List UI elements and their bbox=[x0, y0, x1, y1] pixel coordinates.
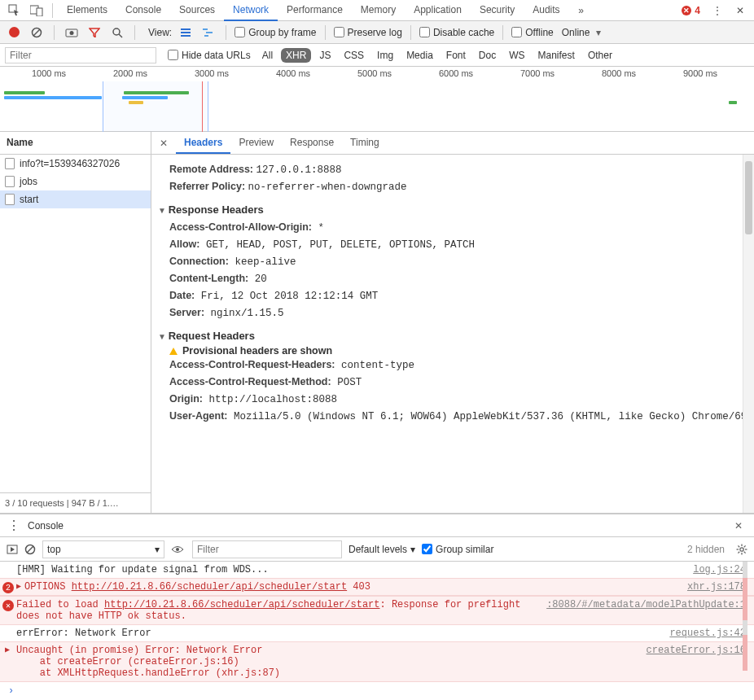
referrer-policy-label: Referrer Policy: bbox=[169, 181, 245, 192]
tab-network[interactable]: Network bbox=[224, 0, 278, 21]
group-by-frame-checkbox[interactable]: Group by frame bbox=[235, 27, 316, 38]
clear-button[interactable] bbox=[28, 24, 46, 42]
filter-chip-media[interactable]: Media bbox=[401, 48, 438, 63]
detail-tabs: ✕ HeadersPreviewResponseTiming bbox=[151, 132, 754, 155]
console-source-link[interactable]: :8088/#/metadata/modelPathUpdate:1 bbox=[537, 599, 746, 610]
expand-arrow-icon[interactable]: ▶ bbox=[5, 645, 10, 654]
request-row[interactable]: info?t=1539346327026 bbox=[0, 155, 151, 173]
device-toolbar-icon[interactable] bbox=[26, 0, 47, 21]
group-similar-label: Group similar bbox=[436, 544, 493, 555]
screenshot-icon[interactable] bbox=[63, 24, 81, 42]
separator bbox=[134, 25, 135, 40]
record-button[interactable] bbox=[5, 24, 23, 42]
list-view-icon[interactable] bbox=[177, 24, 195, 42]
detail-tab-preview[interactable]: Preview bbox=[230, 133, 282, 154]
network-middle: Name info?t=1539346327026jobsstart 3 / 1… bbox=[0, 132, 754, 514]
chevron-down-icon[interactable]: ▾ bbox=[594, 27, 612, 38]
drawer-menu-icon[interactable]: ⋮ bbox=[7, 518, 21, 533]
scrollbar-thumb[interactable] bbox=[745, 161, 752, 234]
error-icon: ✕ bbox=[682, 6, 691, 15]
chevron-down-icon: ▾ bbox=[410, 544, 415, 555]
request-headers-section[interactable]: Request Headers bbox=[158, 322, 739, 345]
tab-memory[interactable]: Memory bbox=[352, 0, 405, 21]
console-clear-icon[interactable] bbox=[24, 544, 36, 555]
throttling-select[interactable]: Online bbox=[562, 27, 590, 38]
console-line-error[interactable]: ▶ Uncaught (in promise) Error: Network E… bbox=[0, 641, 754, 682]
console-source-link[interactable]: createError.js:16 bbox=[637, 645, 746, 656]
console-source-link[interactable]: log.js:24 bbox=[683, 564, 746, 575]
filter-chip-js[interactable]: JS bbox=[314, 48, 335, 63]
more-tabs-icon[interactable]: » bbox=[571, 0, 592, 21]
gear-icon[interactable] bbox=[736, 544, 747, 555]
request-row[interactable]: start bbox=[0, 190, 151, 208]
tab-elements[interactable]: Elements bbox=[58, 0, 116, 21]
preserve-log-checkbox[interactable]: Preserve log bbox=[334, 27, 402, 38]
search-icon[interactable] bbox=[108, 24, 126, 42]
detail-tab-timing[interactable]: Timing bbox=[342, 133, 388, 154]
header-key: Access-Control-Request-Headers: bbox=[169, 359, 335, 370]
tab-security[interactable]: Security bbox=[471, 0, 524, 21]
response-headers-section[interactable]: Response Headers bbox=[158, 195, 739, 219]
tab-audits[interactable]: Audits bbox=[524, 0, 568, 21]
filter-chip-other[interactable]: Other bbox=[583, 48, 617, 63]
console-prompt[interactable]: › bbox=[0, 682, 754, 700]
network-timeline[interactable]: 1000 ms2000 ms3000 ms4000 ms5000 ms6000 … bbox=[0, 67, 754, 132]
tab-console[interactable]: Console bbox=[116, 0, 170, 21]
svg-rect-12 bbox=[203, 28, 208, 30]
hide-data-urls-checkbox[interactable]: Hide data URLs bbox=[168, 50, 251, 61]
detail-body: Remote Address: 127.0.0.1:8888 Referrer … bbox=[151, 155, 754, 513]
console-line-error[interactable]: ✕ Failed to load http://10.21.8.66/sched… bbox=[0, 596, 754, 625]
console-line[interactable]: [HMR] Waiting for update signal from WDS… bbox=[0, 562, 754, 578]
offline-label: Offline bbox=[525, 27, 553, 38]
group-similar-checkbox[interactable]: Group similar bbox=[422, 544, 493, 555]
log-levels-select[interactable]: Default levels ▾ bbox=[349, 544, 415, 555]
hidden-messages-count[interactable]: 2 hidden bbox=[687, 544, 725, 555]
view-label: View: bbox=[148, 27, 172, 38]
tab-performance[interactable]: Performance bbox=[278, 0, 352, 21]
console-text: OPTIONS http://10.21.8.66/scheduler/api/… bbox=[24, 581, 370, 593]
filter-chip-doc[interactable]: Doc bbox=[474, 48, 501, 63]
referrer-policy-value: no-referrer-when-downgrade bbox=[248, 182, 407, 193]
filter-chip-xhr[interactable]: XHR bbox=[281, 48, 311, 63]
disable-cache-checkbox[interactable]: Disable cache bbox=[419, 27, 494, 38]
separator bbox=[54, 25, 55, 40]
drawer-close-icon[interactable]: ✕ bbox=[730, 520, 747, 532]
context-select[interactable]: top▾ bbox=[42, 540, 164, 558]
console-play-icon[interactable] bbox=[7, 545, 18, 554]
filter-chip-ws[interactable]: WS bbox=[504, 48, 529, 63]
filter-input[interactable] bbox=[5, 47, 156, 63]
detail-tab-headers[interactable]: Headers bbox=[176, 133, 230, 154]
kebab-menu-icon[interactable]: ⋮ bbox=[707, 0, 728, 21]
drawer-title[interactable]: Console bbox=[28, 520, 64, 532]
filter-chip-manifest[interactable]: Manifest bbox=[533, 48, 580, 63]
close-detail-icon[interactable]: ✕ bbox=[155, 134, 173, 152]
console-filter-input[interactable] bbox=[192, 540, 342, 558]
filter-chip-all[interactable]: All bbox=[257, 48, 278, 63]
console-toolbar: top▾ Default levels ▾ Group similar 2 hi… bbox=[0, 537, 754, 562]
filter-chip-font[interactable]: Font bbox=[441, 48, 471, 63]
console-source-link[interactable]: xhr.js:178 bbox=[677, 581, 746, 593]
filter-icon[interactable] bbox=[85, 24, 103, 42]
tab-sources[interactable]: Sources bbox=[170, 0, 224, 21]
header-value: http://localhost:8088 bbox=[203, 394, 337, 405]
tab-application[interactable]: Application bbox=[405, 0, 471, 21]
inspect-element-icon[interactable] bbox=[3, 0, 24, 21]
request-row[interactable]: jobs bbox=[0, 173, 151, 190]
expand-arrow-icon[interactable]: ▶ bbox=[16, 581, 21, 591]
console-source-link[interactable]: request.js:42 bbox=[660, 628, 746, 639]
filter-chip-img[interactable]: Img bbox=[372, 48, 398, 63]
offline-checkbox[interactable]: Offline bbox=[511, 27, 553, 38]
console-line[interactable]: errError: Network Error request.js:42 bbox=[0, 625, 754, 641]
header-row: Allow: GET, HEAD, POST, PUT, DELETE, OPT… bbox=[158, 236, 739, 253]
request-list-header[interactable]: Name bbox=[0, 132, 151, 155]
detail-tab-response[interactable]: Response bbox=[282, 133, 342, 154]
close-devtools-icon[interactable]: ✕ bbox=[730, 0, 751, 21]
error-count-badge[interactable]: ✕ 4 bbox=[677, 5, 705, 16]
console-line-error[interactable]: 2 ▶ OPTIONS http://10.21.8.66/scheduler/… bbox=[0, 578, 754, 596]
timeline-selection[interactable] bbox=[103, 81, 208, 132]
waterfall-view-icon[interactable] bbox=[199, 24, 217, 42]
filter-chip-css[interactable]: CSS bbox=[339, 48, 369, 63]
context-value: top bbox=[47, 544, 61, 555]
scrollbar[interactable] bbox=[743, 155, 754, 513]
eye-icon[interactable] bbox=[171, 545, 184, 554]
